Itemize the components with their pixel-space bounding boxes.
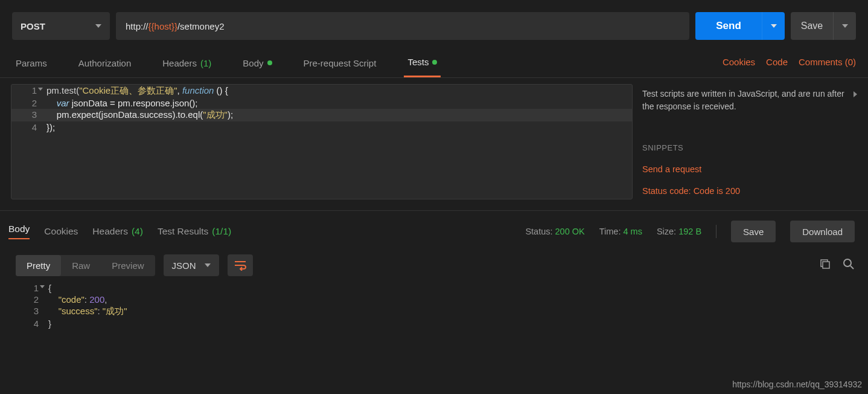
view-pretty[interactable]: Pretty	[16, 255, 61, 276]
chevron-down-icon	[95, 24, 101, 28]
chevron-down-icon	[771, 24, 777, 28]
size-label: Size:	[657, 227, 676, 236]
dot-indicator	[267, 60, 272, 65]
url-variable: {{host}}	[148, 21, 177, 31]
resp-tab-headers[interactable]: Headers (4)	[92, 224, 143, 239]
snippet-status-200[interactable]: Status code: Code is 200	[642, 186, 855, 196]
resp-tab-testresults[interactable]: Test Results (1/1)	[158, 224, 231, 239]
cookies-link[interactable]: Cookies	[723, 51, 755, 77]
view-tabs: Pretty Raw Preview	[16, 255, 155, 276]
time-value: 4 ms	[623, 227, 642, 236]
send-button[interactable]: Send	[695, 12, 762, 40]
svg-rect-1	[823, 262, 829, 268]
tab-tests[interactable]: Tests	[404, 51, 441, 77]
wrap-toggle[interactable]	[228, 254, 253, 276]
tab-prerequest[interactable]: Pre-request Script	[300, 51, 380, 77]
tab-headers[interactable]: Headers (1)	[159, 51, 215, 77]
snippets-title: SNIPPETS	[642, 143, 855, 152]
method-value: POST	[21, 21, 45, 31]
svg-line-3	[850, 266, 854, 269]
fold-arrow-icon[interactable]	[38, 88, 43, 91]
status-value: 200 OK	[555, 227, 585, 236]
wrap-icon	[234, 260, 246, 271]
save-dropdown[interactable]	[833, 12, 856, 40]
fold-arrow-icon[interactable]	[40, 285, 45, 288]
size-value: 192 B	[678, 227, 701, 236]
download-button[interactable]: Download	[790, 221, 855, 242]
tests-sidebar: Test scripts are written in JavaScript, …	[640, 84, 857, 199]
view-preview[interactable]: Preview	[101, 255, 155, 276]
response-body[interactable]: 1{ 2 "code": 200, 3 "success": "成功" 4}	[0, 282, 868, 329]
format-dropdown[interactable]: JSON	[164, 254, 219, 276]
view-raw[interactable]: Raw	[61, 255, 101, 276]
save-response-button[interactable]: Save	[731, 221, 776, 242]
code-link[interactable]: Code	[766, 51, 788, 77]
response-bar: Body Cookies Headers (4) Test Results (1…	[0, 210, 868, 248]
expand-icon[interactable]	[854, 91, 857, 97]
tests-editor[interactable]: 1pm.test("Cookie正确、参数正确", function () { …	[11, 84, 633, 199]
snippet-send-request[interactable]: Send a request	[642, 164, 855, 174]
svg-point-2	[844, 259, 851, 266]
format-bar: Pretty Raw Preview JSON	[0, 248, 868, 282]
chevron-down-icon	[842, 24, 848, 28]
method-dropdown[interactable]: POST	[12, 12, 110, 40]
save-request-button[interactable]: Save	[791, 12, 833, 40]
resp-tab-body[interactable]: Body	[8, 224, 30, 239]
tab-params[interactable]: Params	[12, 51, 51, 77]
resp-tab-cookies[interactable]: Cookies	[44, 224, 78, 239]
watermark: https://blog.csdn.net/qq_39314932	[732, 379, 862, 389]
comments-link[interactable]: Comments (0)	[799, 51, 856, 77]
search-icon[interactable]	[843, 258, 855, 273]
divider	[716, 225, 716, 238]
dot-indicator	[432, 60, 437, 65]
request-bar: POST http://{{host}}/setmoney2 Send Save	[0, 4, 868, 51]
time-label: Time:	[599, 227, 621, 236]
url-input[interactable]: http://{{host}}/setmoney2	[116, 12, 689, 40]
tab-body[interactable]: Body	[239, 51, 275, 77]
request-tabs: Params Authorization Headers (1) Body Pr…	[0, 51, 868, 78]
chevron-down-icon	[205, 263, 211, 267]
status-label: Status:	[525, 227, 552, 236]
copy-icon[interactable]	[820, 259, 831, 272]
tab-authorization[interactable]: Authorization	[75, 51, 135, 77]
sidebar-description: Test scripts are written in JavaScript, …	[642, 88, 855, 113]
send-dropdown[interactable]	[762, 12, 785, 40]
